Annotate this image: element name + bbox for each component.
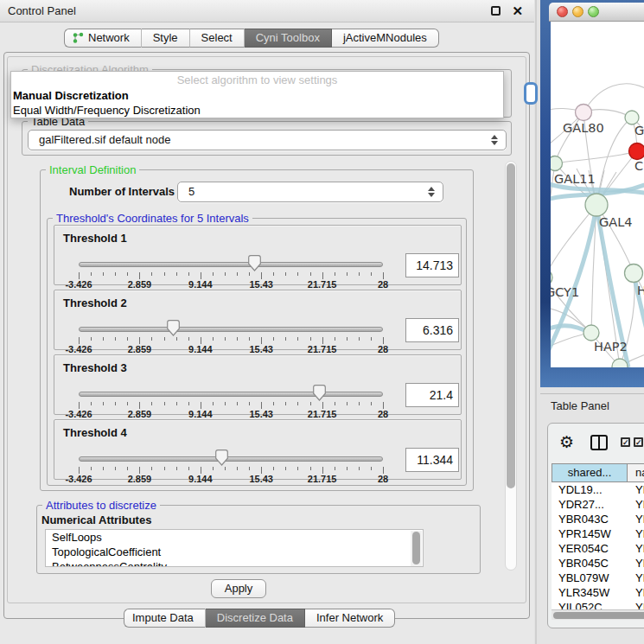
cell-shared-name[interactable]: YER054C [552,541,628,556]
column-header-name[interactable]: na [628,463,644,482]
table-hscrollbar-thumb[interactable] [553,612,644,619]
slider-track[interactable] [79,262,383,267]
slider-track[interactable] [79,456,383,462]
network-node-label: GCY1 [551,285,579,299]
table-hscrollbar[interactable] [552,609,644,620]
tab-style[interactable]: Style [142,29,190,48]
slider-tick-label: -3.426 [65,279,92,290]
panel-scrollbar-thumb[interactable] [507,163,515,488]
apply-button[interactable]: Apply [211,579,266,598]
slider-tick-label: 2.859 [128,344,152,354]
mac-minimize-icon[interactable] [572,6,583,17]
panel-scrollbar[interactable] [505,161,517,571]
column-layout-icon[interactable] [590,435,608,450]
float-window-icon[interactable] [491,6,501,16]
cell-name[interactable]: YBR0 [628,512,644,526]
table-row[interactable]: YBR045CYBR0 [552,556,644,571]
threshold-value-field[interactable]: 6.316 [405,318,459,342]
network-canvas[interactable]: GAL80GACGAL11GAL4HGCY1HAP2 [551,22,644,367]
slider-tick [188,337,189,341]
table-row[interactable]: YBL079WYBL0 [552,571,644,585]
cell-shared-name[interactable]: YLR345W [552,585,628,600]
table-row[interactable]: YPR145WYPR1 [552,526,644,541]
cell-name[interactable]: YDR2 [628,497,644,512]
tab-impute-data[interactable]: Impute Data [124,609,206,628]
thresholds-group-title: Threshold's Coordinates for 5 Intervals [53,212,252,225]
num-intervals-combobox[interactable]: 5 [177,182,443,202]
network-node[interactable] [551,270,552,285]
table-data-value: galFiltered.sif default node [39,131,170,150]
tab-infer-network[interactable]: Infer Network [305,609,395,628]
threshold-value-field[interactable]: 14.713 [405,253,459,277]
cell-name[interactable]: YLR3 [628,585,644,600]
slider-track[interactable] [79,392,383,397]
slider-tick-label: -3.426 [65,344,92,354]
algorithm-option-equal-width[interactable]: Equal Width/Frequency Discretization [11,103,503,118]
tab-network[interactable]: Network [64,29,142,48]
slider-tick [347,337,348,341]
list-scrollbar[interactable] [411,531,422,567]
network-edge[interactable] [583,84,644,112]
mac-close-icon[interactable] [557,6,568,17]
cell-name[interactable]: YBL0 [628,571,644,585]
network-node[interactable] [583,325,599,341]
cell-shared-name[interactable]: YDR27... [552,497,628,512]
attribute-item[interactable]: SelfLoops [46,530,423,545]
gear-icon[interactable]: ⚙ [559,432,574,451]
network-node[interactable] [625,111,639,124]
table-data-combobox[interactable]: galFiltered.sif default node [28,130,507,150]
tab-select[interactable]: Select [190,29,245,48]
cell-name[interactable]: YER0 [628,541,644,556]
network-node[interactable] [576,105,592,121]
cell-shared-name[interactable]: YDL19... [552,482,628,497]
tab-jactivemnodules[interactable]: jActiveMNodules [332,29,439,48]
slider-thumb[interactable] [167,320,180,336]
checkbox-icon[interactable]: ✓ [634,437,643,447]
algorithm-combobox-edge[interactable] [524,82,538,105]
network-node[interactable] [551,156,563,171]
slider-thumb[interactable] [248,255,261,271]
slider-tick [285,402,286,405]
cell-shared-name[interactable]: YBR045C [552,556,628,571]
cell-name[interactable]: YDL1 [628,482,644,497]
cell-shared-name[interactable]: YBR043C [552,512,628,526]
column-header-shared-name[interactable]: shared... [552,463,628,482]
checkbox-icon[interactable]: ✓ [621,437,630,447]
slider-thumb[interactable] [215,450,228,466]
cell-name[interactable]: YPR1 [628,526,644,541]
table-row[interactable]: YLR345WYLR3 [552,585,644,600]
network-node[interactable] [625,265,643,283]
slider-tick-label: 2.859 [128,409,152,419]
slider-tick [91,467,92,470]
slider-tick-label: -3.426 [65,474,92,484]
table-row[interactable]: YER054CYER0 [552,541,644,556]
attribute-item[interactable]: TopologicalCoefficient [46,545,423,559]
slider-thumb[interactable] [313,385,326,401]
network-node[interactable] [629,143,644,160]
list-scrollbar-thumb[interactable] [412,532,420,564]
slider-track[interactable] [79,327,383,332]
algorithm-option-manual[interactable]: Manual Discretization [11,88,503,103]
table-row[interactable]: YBR043CYBR0 [552,512,644,526]
attribute-item[interactable]: BetweennessCentrality [46,559,423,567]
slider-tick [347,272,348,276]
tab-discretize-data[interactable]: Discretize Data [206,609,305,628]
slider-tick-label: 2.859 [128,474,152,484]
cell-name[interactable]: YBR0 [628,556,644,571]
slider-tick-label: 15.43 [249,409,273,419]
threshold-label: Threshold 1 [63,232,127,245]
close-icon[interactable]: ✕ [512,3,523,18]
tab-cyni-toolbox[interactable]: Cyni Toolbox [245,29,332,48]
slider-tick [322,272,323,279]
numerical-attributes-list[interactable]: SelfLoopsTopologicalCoefficientBetweenne… [45,529,424,567]
table-row[interactable]: YDR27...YDR2 [552,497,644,512]
network-node[interactable] [585,194,608,216]
table-row[interactable]: YDL19...YDL1 [552,482,644,497]
threshold-value-field[interactable]: 21.4 [405,383,459,407]
mac-zoom-icon[interactable] [588,6,599,17]
network-edge[interactable] [555,151,637,163]
cell-shared-name[interactable]: YPR145W [552,526,628,541]
slider-tick [115,467,116,470]
cell-shared-name[interactable]: YBL079W [552,571,628,585]
threshold-value-field[interactable]: 11.344 [405,448,459,472]
